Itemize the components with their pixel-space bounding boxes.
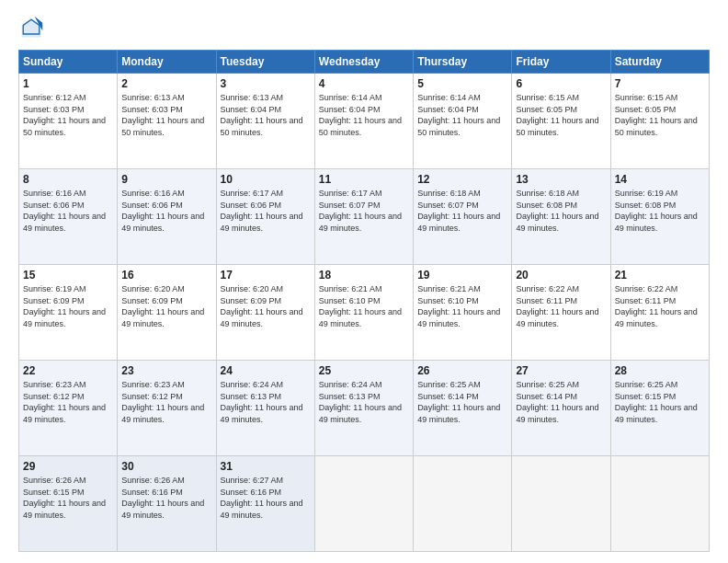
day-number: 3	[221, 77, 311, 90]
day-number: 15	[23, 269, 113, 282]
calendar-cell: 5 Sunrise: 6:14 AMSunset: 6:04 PMDayligh…	[414, 74, 512, 169]
day-info: Sunrise: 6:19 AMSunset: 6:09 PMDaylight:…	[23, 284, 106, 328]
day-number: 31	[221, 460, 311, 473]
day-number: 23	[121, 364, 211, 377]
calendar-cell	[414, 456, 512, 552]
calendar-cell: 4 Sunrise: 6:14 AMSunset: 6:04 PMDayligh…	[314, 74, 413, 169]
calendar-day-header: Sunday	[19, 51, 118, 74]
day-info: Sunrise: 6:25 AMSunset: 6:14 PMDaylight:…	[516, 380, 598, 424]
day-number: 9	[121, 173, 211, 186]
day-info: Sunrise: 6:27 AMSunset: 6:16 PMDaylight:…	[221, 476, 303, 520]
calendar-cell: 23 Sunrise: 6:23 AMSunset: 6:12 PMDaylig…	[118, 361, 216, 456]
page: SundayMondayTuesdayWednesdayThursdayFrid…	[0, 0, 728, 563]
calendar-cell: 22 Sunrise: 6:23 AMSunset: 6:12 PMDaylig…	[19, 361, 118, 456]
day-info: Sunrise: 6:22 AMSunset: 6:11 PMDaylight:…	[516, 284, 598, 328]
day-info: Sunrise: 6:17 AMSunset: 6:06 PMDaylight:…	[221, 189, 303, 233]
day-info: Sunrise: 6:18 AMSunset: 6:08 PMDaylight:…	[516, 189, 598, 233]
day-info: Sunrise: 6:21 AMSunset: 6:10 PMDaylight:…	[417, 284, 500, 328]
day-number: 12	[417, 173, 507, 186]
day-info: Sunrise: 6:16 AMSunset: 6:06 PMDaylight:…	[23, 189, 106, 233]
day-number: 26	[417, 364, 507, 377]
day-number: 21	[615, 269, 705, 282]
day-info: Sunrise: 6:24 AMSunset: 6:13 PMDaylight:…	[221, 380, 303, 424]
calendar-cell: 7 Sunrise: 6:15 AMSunset: 6:05 PMDayligh…	[610, 74, 709, 169]
day-number: 18	[319, 269, 409, 282]
calendar-week-row: 29 Sunrise: 6:26 AMSunset: 6:15 PMDaylig…	[19, 456, 710, 552]
calendar-table: SundayMondayTuesdayWednesdayThursdayFrid…	[18, 50, 710, 552]
day-info: Sunrise: 6:18 AMSunset: 6:07 PMDaylight:…	[417, 189, 500, 233]
day-info: Sunrise: 6:24 AMSunset: 6:13 PMDaylight:…	[319, 380, 402, 424]
day-info: Sunrise: 6:12 AMSunset: 6:03 PMDaylight:…	[23, 93, 106, 137]
day-number: 30	[121, 460, 211, 473]
day-info: Sunrise: 6:13 AMSunset: 6:04 PMDaylight:…	[221, 93, 303, 137]
calendar-cell: 12 Sunrise: 6:18 AMSunset: 6:07 PMDaylig…	[414, 169, 512, 265]
calendar-cell: 31 Sunrise: 6:27 AMSunset: 6:16 PMDaylig…	[216, 456, 314, 552]
calendar-cell: 8 Sunrise: 6:16 AMSunset: 6:06 PMDayligh…	[19, 169, 118, 265]
day-number: 22	[23, 364, 113, 377]
calendar-cell	[314, 456, 413, 552]
day-number: 14	[615, 173, 705, 186]
day-info: Sunrise: 6:21 AMSunset: 6:10 PMDaylight:…	[319, 284, 402, 328]
calendar-cell: 20 Sunrise: 6:22 AMSunset: 6:11 PMDaylig…	[512, 265, 610, 361]
day-info: Sunrise: 6:20 AMSunset: 6:09 PMDaylight:…	[221, 284, 303, 328]
calendar-week-row: 15 Sunrise: 6:19 AMSunset: 6:09 PMDaylig…	[19, 265, 710, 361]
day-info: Sunrise: 6:14 AMSunset: 6:04 PMDaylight:…	[417, 93, 500, 137]
day-info: Sunrise: 6:16 AMSunset: 6:06 PMDaylight:…	[121, 189, 204, 233]
calendar-cell: 1 Sunrise: 6:12 AMSunset: 6:03 PMDayligh…	[19, 74, 118, 169]
calendar-cell: 6 Sunrise: 6:15 AMSunset: 6:05 PMDayligh…	[512, 74, 610, 169]
calendar-day-header: Monday	[118, 51, 216, 74]
calendar-cell: 16 Sunrise: 6:20 AMSunset: 6:09 PMDaylig…	[118, 265, 216, 361]
calendar-day-header: Tuesday	[216, 51, 314, 74]
day-number: 25	[319, 364, 409, 377]
calendar-cell: 21 Sunrise: 6:22 AMSunset: 6:11 PMDaylig…	[610, 265, 709, 361]
calendar-cell: 28 Sunrise: 6:25 AMSunset: 6:15 PMDaylig…	[610, 361, 709, 456]
day-number: 17	[221, 269, 311, 282]
calendar-day-header: Friday	[512, 51, 610, 74]
day-number: 8	[23, 173, 113, 186]
day-number: 13	[516, 173, 606, 186]
day-info: Sunrise: 6:23 AMSunset: 6:12 PMDaylight:…	[23, 380, 106, 424]
calendar-cell: 25 Sunrise: 6:24 AMSunset: 6:13 PMDaylig…	[314, 361, 413, 456]
day-info: Sunrise: 6:25 AMSunset: 6:15 PMDaylight:…	[615, 380, 698, 424]
calendar-cell: 9 Sunrise: 6:16 AMSunset: 6:06 PMDayligh…	[118, 169, 216, 265]
calendar-cell: 11 Sunrise: 6:17 AMSunset: 6:07 PMDaylig…	[314, 169, 413, 265]
calendar-cell: 10 Sunrise: 6:17 AMSunset: 6:06 PMDaylig…	[216, 169, 314, 265]
day-number: 19	[417, 269, 507, 282]
day-number: 16	[121, 269, 211, 282]
day-number: 11	[319, 173, 409, 186]
calendar-week-row: 22 Sunrise: 6:23 AMSunset: 6:12 PMDaylig…	[19, 361, 710, 456]
day-number: 27	[516, 364, 606, 377]
day-info: Sunrise: 6:22 AMSunset: 6:11 PMDaylight:…	[615, 284, 698, 328]
calendar-day-header: Thursday	[414, 51, 512, 74]
calendar-cell: 13 Sunrise: 6:18 AMSunset: 6:08 PMDaylig…	[512, 169, 610, 265]
calendar-cell	[610, 456, 709, 552]
day-info: Sunrise: 6:20 AMSunset: 6:09 PMDaylight:…	[121, 284, 204, 328]
calendar-week-row: 1 Sunrise: 6:12 AMSunset: 6:03 PMDayligh…	[19, 74, 710, 169]
calendar-week-row: 8 Sunrise: 6:16 AMSunset: 6:06 PMDayligh…	[19, 169, 710, 265]
day-number: 24	[221, 364, 311, 377]
calendar-cell	[512, 456, 610, 552]
day-info: Sunrise: 6:13 AMSunset: 6:03 PMDaylight:…	[121, 93, 204, 137]
calendar-cell: 15 Sunrise: 6:19 AMSunset: 6:09 PMDaylig…	[19, 265, 118, 361]
calendar-day-header: Saturday	[610, 51, 709, 74]
calendar-cell: 30 Sunrise: 6:26 AMSunset: 6:16 PMDaylig…	[118, 456, 216, 552]
calendar-cell: 24 Sunrise: 6:24 AMSunset: 6:13 PMDaylig…	[216, 361, 314, 456]
day-info: Sunrise: 6:26 AMSunset: 6:16 PMDaylight:…	[121, 476, 204, 520]
calendar-cell: 14 Sunrise: 6:19 AMSunset: 6:08 PMDaylig…	[610, 169, 709, 265]
day-number: 5	[417, 77, 507, 90]
day-number: 28	[615, 364, 705, 377]
day-info: Sunrise: 6:17 AMSunset: 6:07 PMDaylight:…	[319, 189, 402, 233]
header	[18, 15, 710, 40]
day-info: Sunrise: 6:14 AMSunset: 6:04 PMDaylight:…	[319, 93, 402, 137]
day-number: 2	[121, 77, 211, 90]
day-info: Sunrise: 6:19 AMSunset: 6:08 PMDaylight:…	[615, 189, 698, 233]
day-info: Sunrise: 6:26 AMSunset: 6:15 PMDaylight:…	[23, 476, 106, 520]
day-number: 20	[516, 269, 606, 282]
calendar-cell: 18 Sunrise: 6:21 AMSunset: 6:10 PMDaylig…	[314, 265, 413, 361]
day-number: 6	[516, 77, 606, 90]
day-number: 7	[615, 77, 705, 90]
calendar-day-header: Wednesday	[314, 51, 413, 74]
logo-icon	[18, 15, 44, 40]
calendar-cell: 19 Sunrise: 6:21 AMSunset: 6:10 PMDaylig…	[414, 265, 512, 361]
day-info: Sunrise: 6:15 AMSunset: 6:05 PMDaylight:…	[615, 93, 698, 137]
